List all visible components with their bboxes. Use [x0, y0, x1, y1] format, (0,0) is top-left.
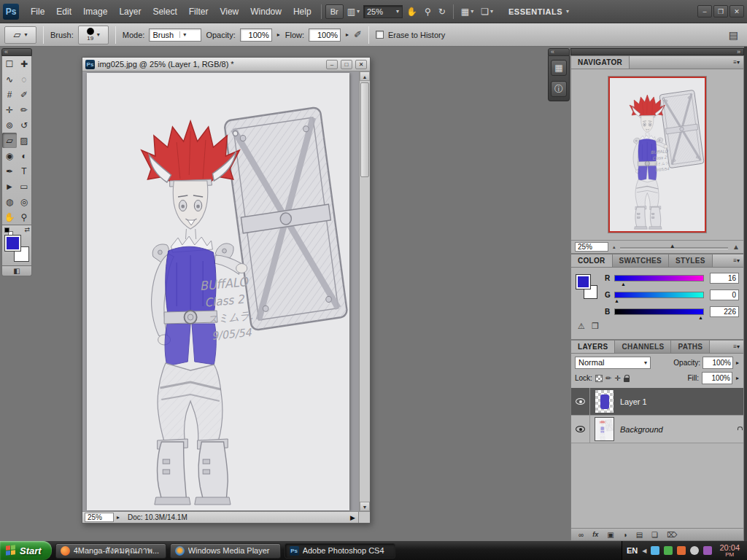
- tools-collapse-button[interactable]: «: [1, 48, 32, 56]
- green-slider[interactable]: [614, 292, 704, 298]
- resize-grip[interactable]: [358, 512, 370, 523]
- workspace-switcher[interactable]: ESSENTIALS▾: [508, 7, 570, 16]
- menu-select[interactable]: Select: [147, 0, 182, 23]
- tool-eyedropper[interactable]: ✐: [17, 87, 31, 102]
- opacity-field[interactable]: 100%: [240, 28, 272, 42]
- brush-preset-picker[interactable]: 19 ▾: [78, 26, 109, 44]
- tool-rectangle-shape[interactable]: ▭: [17, 179, 31, 194]
- tray-collapse-icon[interactable]: ◀: [642, 548, 646, 554]
- tray-app-icon[interactable]: [703, 546, 712, 555]
- taskbar-item-4manga[interactable]: 4Manga-สังคม​คุณภาพ...: [55, 543, 166, 559]
- tool-clone-stamp[interactable]: ⊚: [2, 117, 17, 133]
- tool-pen[interactable]: ✒: [2, 163, 17, 179]
- panel-toggle-button[interactable]: ▤: [729, 29, 743, 41]
- menu-filter[interactable]: Filter: [183, 0, 214, 23]
- tool-move[interactable]: ✚: [17, 56, 31, 71]
- red-slider-thumb[interactable]: ▲: [621, 281, 626, 287]
- taskbar-clock[interactable]: 20:04PM: [716, 543, 743, 559]
- tray-update-icon[interactable]: [677, 546, 686, 555]
- tool-zoom[interactable]: ⚲: [17, 209, 31, 225]
- link-layers-button[interactable]: ∞: [578, 531, 584, 539]
- menu-edit[interactable]: Edit: [50, 0, 77, 23]
- close-button[interactable]: ✕: [729, 5, 744, 18]
- tool-dodge[interactable]: ◐: [17, 148, 31, 163]
- mini-dock-expand-button[interactable]: «: [548, 48, 570, 56]
- tool-hand[interactable]: ✋: [2, 209, 17, 225]
- tab-channels[interactable]: CHANNELS: [615, 341, 671, 353]
- zoom-tool-button[interactable]: ⚲: [421, 4, 435, 19]
- foreground-color-swatch[interactable]: [576, 275, 590, 289]
- panel-menu-icon[interactable]: ≡▾: [729, 341, 743, 353]
- delete-layer-button[interactable]: ⌦: [667, 531, 677, 539]
- document-minimize-button[interactable]: –: [326, 60, 338, 69]
- green-value-field[interactable]: 0: [710, 289, 739, 300]
- scroll-down-icon[interactable]: ▼: [360, 502, 370, 511]
- layer-styles-button[interactable]: fx: [592, 531, 598, 538]
- dock-collapse-button[interactable]: »: [570, 48, 744, 55]
- tool-gradient[interactable]: ▨: [17, 133, 31, 148]
- layer-group-button[interactable]: ▤: [636, 531, 643, 539]
- tool-3d-orbit[interactable]: ◎: [17, 194, 31, 209]
- info-panel-icon[interactable]: ⓘ: [551, 81, 567, 97]
- taskbar-item-photoshop[interactable]: Ps Adobe Photoshop CS4: [285, 543, 395, 559]
- layer-row-background[interactable]: Background: [571, 416, 743, 443]
- lock-all-icon[interactable]: [624, 378, 630, 382]
- launch-bridge-button[interactable]: Br: [325, 4, 344, 19]
- panel-menu-icon[interactable]: ≡▾: [729, 56, 743, 69]
- red-value-field[interactable]: 16: [710, 273, 739, 284]
- gamut-warning-icon[interactable]: ⚠: [578, 322, 585, 331]
- web-safe-cube-icon[interactable]: ❒: [592, 322, 599, 331]
- flow-spinner[interactable]: ▸: [345, 31, 349, 38]
- menu-help[interactable]: Help: [287, 0, 317, 23]
- blend-mode-select[interactable]: Normal▾: [575, 357, 651, 369]
- tab-styles[interactable]: STYLES: [669, 254, 713, 267]
- layer-name[interactable]: Layer 1: [620, 397, 647, 406]
- opacity-spinner[interactable]: ▸: [276, 31, 281, 38]
- screen-mode-button[interactable]: ❏▾: [477, 4, 497, 19]
- menu-file[interactable]: File: [25, 0, 50, 23]
- arrange-documents-button[interactable]: ▦▾: [457, 4, 477, 19]
- document-titlebar[interactable]: Ps img025.jpg @ 25% (Layer 1, RGB/8) * –…: [82, 58, 370, 71]
- navigator-zoom-slider[interactable]: ▲: [620, 242, 729, 252]
- status-options-arrow[interactable]: ▶: [347, 514, 358, 521]
- tool-brush[interactable]: ✏: [17, 102, 31, 117]
- taskbar-item-wmp[interactable]: Windows Media Player: [170, 543, 281, 559]
- blue-slider-thumb[interactable]: ▲: [698, 315, 703, 320]
- mode-select[interactable]: Brush▾: [149, 28, 201, 42]
- document-maximize-button[interactable]: □: [341, 60, 352, 69]
- scrollbar-thumb[interactable]: [360, 82, 369, 177]
- background-thumbnail[interactable]: [595, 417, 614, 441]
- default-colors-icon[interactable]: [4, 228, 9, 233]
- layer-fill-field[interactable]: 100%: [702, 372, 732, 384]
- minimize-button[interactable]: –: [697, 5, 712, 18]
- tool-eraser[interactable]: ▱: [2, 133, 17, 148]
- panel-menu-icon[interactable]: ≡▾: [729, 254, 743, 267]
- swap-colors-icon[interactable]: ⇄: [24, 226, 30, 233]
- canvas[interactable]: [87, 73, 349, 510]
- tab-swatches[interactable]: SWATCHES: [613, 254, 669, 267]
- view-extras-button[interactable]: ▥▾: [344, 4, 363, 19]
- foreground-color-swatch[interactable]: [5, 236, 20, 251]
- tool-quick-selection[interactable]: ◌: [17, 71, 31, 87]
- lock-pixels-icon[interactable]: ✏: [605, 374, 611, 382]
- tool-path-selection[interactable]: ►: [2, 179, 17, 194]
- tab-layers[interactable]: LAYERS: [571, 341, 615, 353]
- menu-image[interactable]: Image: [77, 0, 113, 23]
- tool-crop[interactable]: #: [2, 87, 17, 102]
- histogram-panel-icon[interactable]: ▦: [551, 60, 567, 76]
- status-zoom-field[interactable]: 25%: [85, 513, 114, 522]
- erase-to-history-checkbox[interactable]: [376, 31, 384, 39]
- tool-3d-rotate[interactable]: ◍: [2, 194, 17, 209]
- tool-preset-picker[interactable]: ▱▾: [4, 26, 36, 44]
- tab-navigator[interactable]: NAVIGATOR: [571, 56, 630, 69]
- lock-position-icon[interactable]: ✛: [614, 374, 620, 382]
- hand-tool-button[interactable]: ✋: [403, 4, 421, 19]
- start-button[interactable]: Start: [0, 541, 52, 560]
- zoom-in-mountain-icon[interactable]: ▲: [732, 243, 740, 251]
- menu-view[interactable]: View: [214, 0, 244, 23]
- visibility-toggle[interactable]: [571, 416, 590, 443]
- menu-layer[interactable]: Layer: [113, 0, 147, 23]
- navigator-zoom-field[interactable]: 25%: [575, 242, 608, 252]
- blue-slider[interactable]: [614, 308, 704, 315]
- zoom-out-mountain-icon[interactable]: ▴: [613, 244, 616, 250]
